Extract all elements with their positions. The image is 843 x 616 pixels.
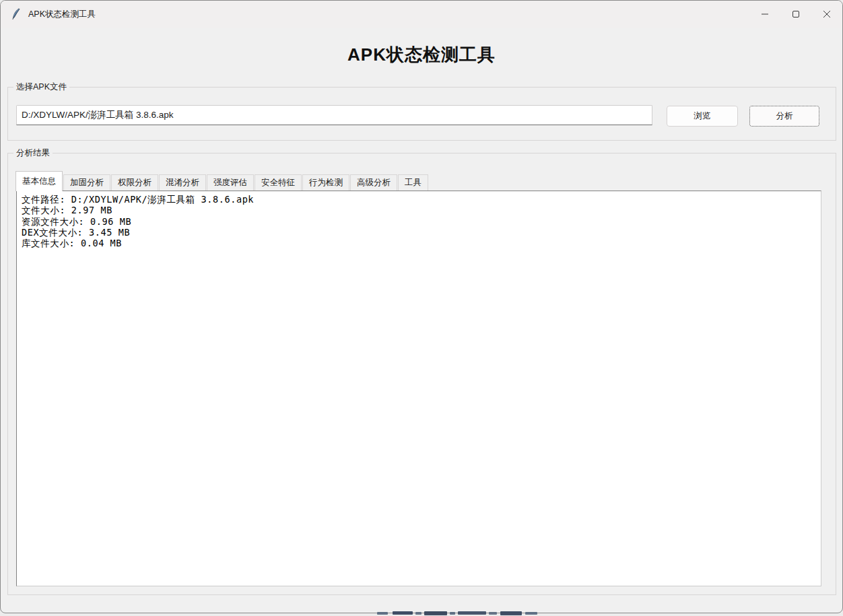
analyze-button-label: 分析 <box>776 110 793 122</box>
tab-tools[interactable]: 工具 <box>398 174 428 191</box>
close-button[interactable] <box>811 1 842 28</box>
maximize-icon <box>792 10 800 18</box>
result-line-file-size: 文件大小: 2.97 MB <box>22 205 817 215</box>
tab-label: 加固分析 <box>70 177 104 189</box>
results-frame: 分析结果 基本信息 加固分析 权限分析 混淆分析 强度评估 安全特征 行为检测 … <box>7 153 836 595</box>
screenshot-stage: APK状态检测工具 APK状态检测工具 选择APK文件 浏览 <box>0 0 843 616</box>
apk-path-input[interactable] <box>16 105 652 125</box>
maximize-button[interactable] <box>780 1 811 28</box>
result-line-dex-size: DEX文件大小: 3.45 MB <box>22 227 817 238</box>
results-tab-bar: 基本信息 加固分析 权限分析 混淆分析 强度评估 安全特征 行为检测 高级分析 … <box>15 170 428 191</box>
tab-behavior-detection[interactable]: 行为检测 <box>302 174 349 191</box>
feather-app-icon <box>11 8 22 20</box>
tab-label: 基本信息 <box>22 176 56 187</box>
window-controls <box>749 1 842 28</box>
tab-basic-info[interactable]: 基本信息 <box>15 171 63 191</box>
browse-button[interactable]: 浏览 <box>667 106 738 127</box>
tab-obfuscation-analysis[interactable]: 混淆分析 <box>159 174 206 191</box>
close-icon <box>823 10 831 18</box>
tab-packer-analysis[interactable]: 加固分析 <box>63 174 110 191</box>
window-title: APK状态检测工具 <box>28 9 96 20</box>
file-picker-frame-label: 选择APK文件 <box>13 81 69 92</box>
tab-security-features[interactable]: 安全特征 <box>255 174 302 191</box>
basic-info-textarea[interactable]: 文件路径: D:/XDYLW/APK/澎湃工具箱 3.8.6.apk 文件大小:… <box>16 191 821 586</box>
tab-label: 混淆分析 <box>166 177 199 189</box>
analyze-button[interactable]: 分析 <box>749 106 819 127</box>
minimize-button[interactable] <box>749 1 780 28</box>
tab-label: 高级分析 <box>357 177 391 189</box>
file-picker-frame: 选择APK文件 浏览 分析 <box>7 87 836 141</box>
tab-label: 工具 <box>405 177 422 189</box>
browse-button-label: 浏览 <box>694 110 711 122</box>
tab-strength-evaluation[interactable]: 强度评估 <box>207 174 254 191</box>
result-line-file-path: 文件路径: D:/XDYLW/APK/澎湃工具箱 3.8.6.apk <box>22 194 817 205</box>
tab-label: 权限分析 <box>118 177 151 189</box>
results-frame-label: 分析结果 <box>13 147 53 158</box>
tab-permission-analysis[interactable]: 权限分析 <box>111 174 158 191</box>
result-line-lib-size: 库文件大小: 0.04 MB <box>22 238 817 248</box>
tab-label: 强度评估 <box>213 177 247 189</box>
tab-label: 行为检测 <box>309 177 343 189</box>
minimize-icon <box>761 10 769 18</box>
tab-advanced-analysis[interactable]: 高级分析 <box>350 174 397 191</box>
titlebar: APK状态检测工具 <box>1 1 842 28</box>
tab-label: 安全特征 <box>261 177 295 189</box>
result-line-resource-size: 资源文件大小: 0.96 MB <box>22 216 817 227</box>
page-title: APK状态检测工具 <box>1 43 842 67</box>
app-window: APK状态检测工具 APK状态检测工具 选择APK文件 浏览 <box>0 0 843 613</box>
